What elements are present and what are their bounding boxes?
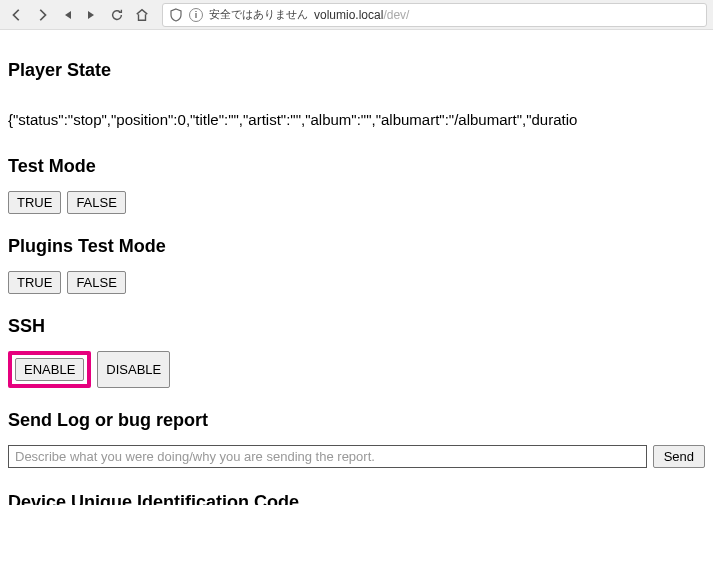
test-mode-heading: Test Mode: [8, 156, 705, 177]
back-button[interactable]: [6, 4, 28, 26]
test-mode-false-button[interactable]: FALSE: [67, 191, 125, 214]
page-content: Player State {"status":"stop","position"…: [0, 30, 713, 523]
info-icon: i: [189, 8, 203, 22]
plugins-test-mode-heading: Plugins Test Mode: [8, 236, 705, 257]
reload-button[interactable]: [106, 4, 128, 26]
security-warning-label: 安全ではありません: [209, 7, 308, 22]
forward-button[interactable]: [31, 4, 53, 26]
player-state-json: {"status":"stop","position":0,"title":""…: [8, 111, 705, 128]
skip-start-icon[interactable]: [56, 4, 78, 26]
test-mode-true-button[interactable]: TRUE: [8, 191, 61, 214]
url-text: volumio.local/dev/: [314, 8, 409, 22]
ssh-enable-highlight: ENABLE: [8, 351, 91, 388]
skip-end-icon[interactable]: [81, 4, 103, 26]
plugins-test-mode-false-button[interactable]: FALSE: [67, 271, 125, 294]
send-log-heading: Send Log or bug report: [8, 410, 705, 431]
plugins-test-mode-true-button[interactable]: TRUE: [8, 271, 61, 294]
send-log-button[interactable]: Send: [653, 445, 705, 468]
ssh-enable-button[interactable]: ENABLE: [15, 358, 84, 381]
device-id-heading: Device Unique Identification Code: [8, 492, 705, 513]
shield-icon: [169, 8, 183, 22]
ssh-disable-button[interactable]: DISABLE: [97, 351, 170, 388]
address-bar[interactable]: i 安全ではありません volumio.local/dev/: [162, 3, 707, 27]
browser-toolbar: i 安全ではありません volumio.local/dev/: [0, 0, 713, 30]
ssh-heading: SSH: [8, 316, 705, 337]
home-button[interactable]: [131, 4, 153, 26]
log-description-input[interactable]: [8, 445, 647, 468]
player-state-heading: Player State: [8, 60, 705, 81]
